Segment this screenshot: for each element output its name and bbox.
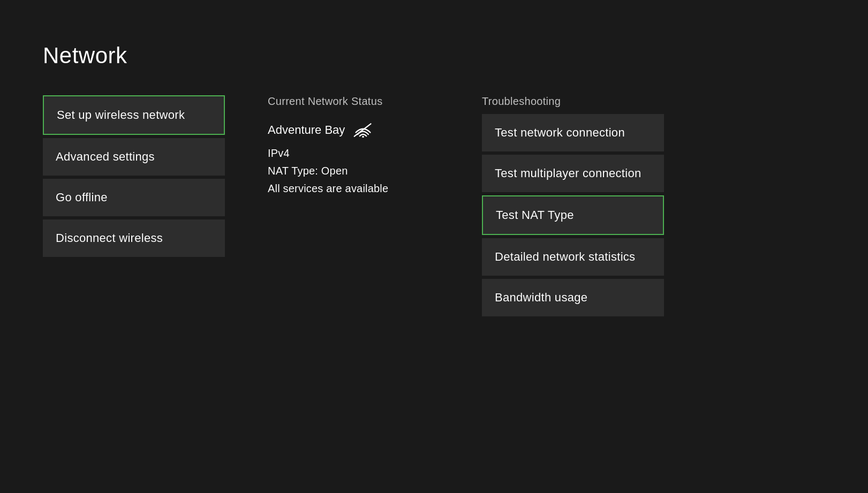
troubleshoot-item-test-nat[interactable]: Test NAT Type [482,195,664,235]
left-menu: Set up wireless networkAdvanced settings… [43,95,225,461]
services-status: All services are available [268,183,439,195]
network-status-column: Current Network Status Adventure Bay [268,95,439,461]
menu-item-advanced-settings[interactable]: Advanced settings [43,138,225,176]
menu-item-go-offline[interactable]: Go offline [43,179,225,216]
troubleshoot-item-test-network[interactable]: Test network connection [482,114,664,151]
network-name: Adventure Bay [268,123,345,137]
nat-type: NAT Type: Open [268,165,439,177]
troubleshoot-item-detailed-stats[interactable]: Detailed network statistics [482,238,664,276]
troubleshoot-item-bandwidth-usage[interactable]: Bandwidth usage [482,279,664,316]
troubleshoot-item-test-multiplayer[interactable]: Test multiplayer connection [482,155,664,192]
troubleshoot-list: Test network connectionTest multiplayer … [482,114,664,316]
svg-point-0 [363,136,365,138]
network-info: Adventure Bay [268,123,439,200]
page-container: Network Set up wireless networkAdvanced … [0,0,868,493]
network-name-row: Adventure Bay [268,123,439,138]
troubleshooting-column: Troubleshooting Test network connectionT… [482,95,825,461]
page-title: Network [43,43,825,69]
troubleshooting-label: Troubleshooting [482,95,825,108]
content-area: Set up wireless networkAdvanced settings… [43,95,825,461]
network-status-label: Current Network Status [268,95,439,108]
wifi-icon [353,123,373,138]
menu-item-disconnect-wireless[interactable]: Disconnect wireless [43,219,225,257]
menu-item-setup-wireless[interactable]: Set up wireless network [43,95,225,135]
ip-version: IPv4 [268,147,439,160]
